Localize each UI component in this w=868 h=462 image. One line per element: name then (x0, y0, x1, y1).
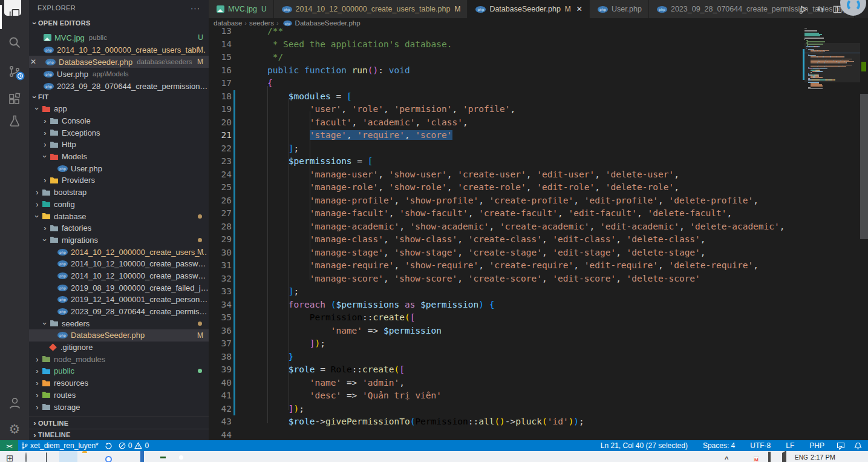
item-label: routes (54, 391, 76, 400)
outline-panel-header[interactable]: › OUTLINE (29, 417, 209, 429)
run-icon[interactable] (799, 5, 808, 14)
tree-item-2023_09_28_070644_create_permission_tab...[interactable]: php2023_09_28_070644_create_permission_t… (29, 306, 209, 318)
tree-item-config[interactable]: ›config (29, 199, 209, 211)
problems-item[interactable]: 0 0 (116, 440, 152, 451)
tree-item-Console[interactable]: ›Console (29, 115, 209, 127)
tree-item-database[interactable]: ›database (29, 210, 209, 222)
tree-item-bootstrap[interactable]: ›bootstrap (29, 186, 209, 199)
tree-item-Exceptions[interactable]: ›Exceptions (29, 127, 209, 139)
eol-setting[interactable]: LF (783, 440, 797, 451)
code-text: 'manage-user', 'show-user', 'create-user… (246, 168, 679, 182)
code-line-19: 19 'user', 'role', 'permision', 'profile… (209, 103, 860, 116)
tree-item-migrations[interactable]: ›migrations (29, 234, 209, 246)
open-editor-item[interactable]: ✕phpDatabaseSeeder.phpdatabase\seedersM (29, 56, 209, 68)
feedback-icon[interactable] (837, 442, 845, 450)
item-label: 2019_08_19_000000_create_failed_jobs_tab… (71, 283, 209, 292)
tree-item-.gitignore[interactable]: .gitignore (29, 342, 209, 354)
code-line-37: 37 ]); (209, 337, 860, 351)
tree-item-public[interactable]: ›public (29, 365, 209, 377)
cursor-position[interactable]: Ln 21, Col 40 (27 selected) (598, 440, 691, 451)
item-label: storage (54, 403, 80, 412)
tab-User.php[interactable]: phpUser.php (590, 0, 649, 18)
code-line-22: 22 ]; (209, 142, 860, 156)
tree-item-routes[interactable]: ›routes (29, 389, 209, 401)
warning-count: 0 (145, 441, 149, 450)
php-file-icon: php (57, 332, 68, 338)
tree-item-Http[interactable]: ›Http (29, 139, 209, 151)
open-editor-item[interactable]: MVC.jpgpublicU (29, 31, 209, 44)
breadcrumb-item[interactable]: DatabaseSeeder.php (295, 19, 361, 27)
bell-icon[interactable] (854, 442, 862, 450)
minimap-viewport[interactable] (804, 43, 860, 83)
tree-item-app[interactable]: ›app (29, 103, 209, 115)
window-app-icon[interactable] (140, 453, 144, 462)
tree-item-node_modules[interactable]: ›node_modules (29, 353, 209, 365)
code-line-35: 35 Permission::create([ (209, 311, 860, 325)
taskbar-clock[interactable]: 2:17 PM (811, 454, 835, 461)
code-line-18: 18 $modules = [ (209, 90, 860, 104)
compare-changes-icon[interactable] (816, 5, 825, 14)
editor-scrollbar[interactable] (860, 0, 868, 440)
tree-item-DatabaseSeeder.php[interactable]: phpDatabaseSeeder.phpM (29, 329, 209, 342)
tray-expand-icon[interactable]: ^ (725, 453, 728, 462)
open-editors-header[interactable]: › OPEN EDITORS (31, 17, 91, 29)
language-indicator[interactable]: ENG (795, 454, 808, 461)
breadcrumb-item[interactable]: database (214, 19, 242, 27)
tree-item-2014_10_12_000000_create_users_tab...[interactable]: php2014_10_12_000000_create_users_tab...… (29, 246, 209, 258)
close-icon[interactable]: ✕ (576, 5, 582, 13)
search-icon[interactable] (25, 453, 27, 462)
language-mode[interactable]: PHP (806, 440, 827, 451)
tree-item-seeders[interactable]: ›seeders (29, 317, 209, 329)
open-editor-item[interactable]: php2023_09_28_070644_create_permission_t… (29, 80, 209, 92)
minimap[interactable] (804, 28, 860, 90)
tree-item-resources[interactable]: ›resources (29, 377, 209, 389)
tree-item-2014_10_12_100000_create_password_reset...[interactable]: php2014_10_12_100000_create_password_res… (29, 270, 209, 282)
task-view-icon[interactable] (46, 453, 47, 462)
sidebar-item-explorer[interactable] (0, 1, 29, 28)
tab-2014_10_12_000000_create_users_table.php[interactable]: php2014_10_12_000000_create_users_table.… (274, 0, 468, 18)
start-icon[interactable]: ⊞ (6, 453, 14, 462)
tree-item-storage[interactable]: ›storage (29, 401, 209, 413)
settings-button[interactable]: ⚙ (0, 415, 29, 442)
code-line-25: 25 'manage-role', 'show-role', 'create-r… (209, 181, 860, 194)
workspace-header[interactable]: › FIT (31, 91, 48, 103)
tree-item-Providers[interactable]: ›Providers (29, 174, 209, 186)
sync-button[interactable] (102, 440, 116, 451)
breadcrumb[interactable]: database › seeders › php DatabaseSeeder.… (209, 18, 860, 28)
indentation-setting[interactable]: Spaces: 4 (700, 440, 738, 451)
sidebar-item-testing[interactable] (0, 108, 29, 134)
sidebar-title: EXPLORER (38, 4, 76, 12)
tray-volume-icon[interactable] (782, 453, 786, 462)
tree-item-2019_08_19_000000_create_failed_jobs_tabl...[interactable]: php2019_08_19_000000_create_failed_jobs_… (29, 282, 209, 294)
folder-icon (42, 403, 51, 411)
chevron-right-icon: › (31, 431, 38, 440)
chevron-right-icon: › (34, 188, 41, 197)
code-area[interactable]: 13 /**14 * Seed the application's databa… (209, 25, 860, 440)
php-file-icon: php (57, 260, 68, 267)
tree-item-factories[interactable]: ›factories (29, 222, 209, 234)
tab-MVC.jpg[interactable]: MVC.jpgU (209, 0, 274, 18)
code-line-34: 34 foreach ($permissions as $permission)… (209, 299, 860, 312)
tree-item-Models[interactable]: ›Models (29, 151, 209, 163)
tree-item-2014_10_12_100000_create_password_reset...[interactable]: php2014_10_12_100000_create_password_res… (29, 258, 209, 270)
encoding-setting[interactable]: UTF-8 (747, 440, 774, 451)
tree-item-2019_12_14_000001_create_personal_acces...[interactable]: php2019_12_14_000001_create_personal_acc… (29, 294, 209, 306)
php-file-icon: php (657, 6, 667, 13)
open-editor-item[interactable]: php2014_10_12_000000_create_users_table.… (29, 44, 209, 56)
breadcrumb-item[interactable]: seeders (249, 19, 274, 27)
tree-item-User.php[interactable]: phpUser.php (29, 162, 209, 174)
timeline-panel-header[interactable]: › TIMELINE (29, 429, 209, 440)
tray-display-icon[interactable] (768, 453, 771, 462)
chevron-right-icon: › (34, 366, 41, 375)
scrollbar-slider[interactable] (860, 94, 868, 239)
more-actions-icon[interactable]: ··· (191, 4, 200, 13)
tab-DatabaseSeeder.php[interactable]: phpDatabaseSeeder.phpM✕ (468, 0, 590, 18)
sidebar-item-source-control[interactable] (0, 58, 29, 85)
tray-mail-icon[interactable]: M (754, 453, 759, 462)
remote-indicator[interactable]: >< (0, 440, 18, 451)
close-icon[interactable]: ✕ (29, 58, 38, 66)
sidebar-item-search[interactable] (0, 29, 29, 56)
account-button[interactable] (0, 389, 29, 416)
git-branch-item[interactable]: xet_diem_ren_luyen* (18, 440, 102, 451)
open-editor-item[interactable]: phpUser.phpapp\Models (29, 68, 209, 80)
